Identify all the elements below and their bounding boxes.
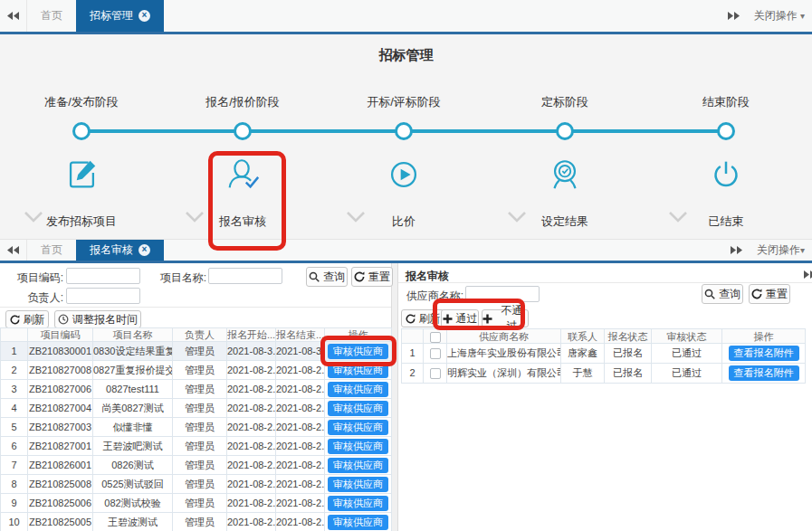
project-name-link[interactable]: 尚美0827测试 <box>93 399 173 418</box>
double-chevron-right-icon[interactable] <box>728 12 740 20</box>
suppliers-table: 供应商名称 联系人 报名状态 审核状态 操作 1 上海唐年实业股份有限公司 唐家… <box>401 328 805 384</box>
audit-supplier-button[interactable]: 审核供应商 <box>328 401 388 416</box>
reset-button[interactable]: 重置 <box>351 267 393 287</box>
header-select-all[interactable] <box>424 328 447 344</box>
signup-end-cell: 2021-08-2... <box>276 380 325 399</box>
tab-bid-management[interactable]: 招标管理 × <box>76 0 164 32</box>
close-operations-dropdown[interactable]: 关闭操作 ▾ <box>754 8 805 24</box>
search-button[interactable]: 查询 <box>306 267 348 287</box>
project-code-cell: ZB210825005 <box>28 513 93 531</box>
project-table-row[interactable]: 8 ZB210825008 0525测试驳回 管理员 2021-08-2... … <box>0 475 391 494</box>
signup-end-cell: 2021-08-2... <box>276 513 325 531</box>
tab-home[interactable]: 首页 <box>27 240 76 261</box>
project-name-link[interactable]: 0525测试驳回 <box>93 475 173 494</box>
reset-button[interactable]: 重置 <box>749 284 790 304</box>
project-table-row[interactable]: 7 ZB210826001 0826测试 管理员 2021-08-2... 20… <box>0 456 391 475</box>
tab-home[interactable]: 首页 <box>27 0 76 32</box>
audit-supplier-button[interactable]: 审核供应商 <box>328 496 388 511</box>
tab-home-label: 首页 <box>41 242 62 258</box>
project-name-link[interactable]: 王碧波测试 <box>93 513 173 531</box>
action-label-set-result[interactable]: 设定结果 <box>492 213 637 230</box>
refresh-list-button[interactable]: 刷新 <box>5 310 49 328</box>
project-code-label: 项目编码: <box>7 270 63 286</box>
supplier-name-link[interactable]: 上海唐年实业股份有限公司 <box>447 344 561 364</box>
project-table-row[interactable]: 3 ZB210827006 0827test111 管理员 2021-08-2.… <box>0 380 391 399</box>
table-header-row: 供应商名称 联系人 报名状态 审核状态 操作 <box>401 328 805 344</box>
project-name-link[interactable]: 0827test111 <box>93 380 173 399</box>
divider <box>0 307 391 308</box>
close-operations-dropdown[interactable]: 关闭操作▾ <box>757 242 805 258</box>
view-attachment-button[interactable]: 查看报名附件 <box>729 365 799 381</box>
header-project-code: 项目编码 <box>28 327 93 342</box>
supplier-table-row[interactable]: 1 上海唐年实业股份有限公司 唐家鑫 已报名 已通过 查看报名附件 <box>401 344 805 364</box>
signup-end-cell: 2021-08-2... <box>276 494 325 513</box>
audit-supplier-button[interactable]: 审核供应商 <box>328 515 388 530</box>
close-tab-icon[interactable]: × <box>139 10 150 22</box>
project-table-row[interactable]: 9 ZB210825006 082测试校验 管理员 2021-08-2... 2… <box>0 494 391 513</box>
adjust-signup-time-button[interactable]: 调整报名时间 <box>54 310 141 328</box>
search-button[interactable]: 查询 <box>702 284 743 304</box>
tab-signup-audit[interactable]: 报名审核 × <box>76 240 164 261</box>
project-table-row[interactable]: 10 ZB210825005 王碧波测试 管理员 2021-08-2... 20… <box>0 513 391 531</box>
close-tab-icon[interactable]: × <box>139 244 150 256</box>
audit-supplier-button[interactable]: 审核供应商 <box>328 420 388 435</box>
signup-end-cell: 2021-08-2... <box>276 456 325 475</box>
audit-supplier-button[interactable]: 审核供应商 <box>328 458 388 473</box>
header-operation: 操作 <box>722 328 806 344</box>
project-name-link[interactable]: 082测试校验 <box>93 494 173 513</box>
project-code-cell: ZB210827001 <box>28 437 93 456</box>
search-icon <box>309 271 320 282</box>
project-name-input[interactable] <box>208 268 282 284</box>
timeline-dot-1 <box>72 122 91 140</box>
action-label-finished[interactable]: 已结束 <box>654 213 798 230</box>
refresh-icon <box>751 289 762 299</box>
audit-supplier-button[interactable]: 审核供应商 <box>328 382 388 397</box>
project-table-row[interactable]: 5 ZB210827003 似懂非懂 管理员 2021-08-2... 2021… <box>0 418 391 437</box>
audit-supplier-button[interactable]: 审核供应商 <box>328 439 388 454</box>
project-code-cell: ZB210825006 <box>28 494 93 513</box>
phase-label-5: 结束阶段 <box>654 94 798 110</box>
double-chevron-right-icon[interactable] <box>731 246 742 254</box>
collapse-left-button[interactable] <box>0 240 27 261</box>
price-compare-button[interactable] <box>383 154 425 195</box>
row-checkbox[interactable] <box>430 368 441 379</box>
supplier-table-row[interactable]: 2 明辉实业（深圳）有限公司 于慧 已报名 已通过 查看报名附件 <box>401 364 805 384</box>
project-name-link[interactable]: 0826测试 <box>93 456 173 475</box>
project-name-link[interactable]: 似懂非懂 <box>93 418 173 437</box>
project-name-link[interactable]: 0830设定结果重复... <box>93 342 173 361</box>
project-code-cell: ZB210827008 <box>28 361 93 380</box>
project-code-input[interactable] <box>66 268 140 284</box>
audit-supplier-button[interactable]: 审核供应商 <box>328 477 388 492</box>
top-tabbar: 首页 招标管理 × 关闭操作 ▾ <box>0 0 812 34</box>
supplier-name-link[interactable]: 明辉实业（深圳）有限公司 <box>447 364 561 384</box>
search-icon <box>704 289 715 299</box>
view-attachment-button[interactable]: 查看报名附件 <box>729 346 799 361</box>
manager-cell: 管理员 <box>173 418 227 437</box>
project-name-link[interactable]: 0827重复报价提交... <box>93 361 173 380</box>
manager-input[interactable] <box>66 288 140 304</box>
row-index: 8 <box>1 475 28 494</box>
publish-project-button[interactable] <box>61 154 102 195</box>
sub-tabbar: 首页 报名审核 × 关闭操作▾ <box>0 240 812 263</box>
row-checkbox[interactable] <box>430 348 441 359</box>
project-table-row[interactable]: 6 ZB210827001 王碧波吧测试 管理员 2021-08-2... 20… <box>0 437 391 456</box>
manager-cell: 管理员 <box>173 342 227 361</box>
row-index: 2 <box>402 364 424 384</box>
tab-home-label: 首页 <box>41 8 62 24</box>
page-title: 招标管理 <box>0 47 812 64</box>
project-name-link[interactable]: 王碧波吧测试 <box>93 437 173 456</box>
collapse-left-button[interactable] <box>0 0 27 32</box>
double-chevron-right-icon[interactable] <box>804 270 812 279</box>
action-label-publish[interactable]: 发布招标项目 <box>9 213 154 230</box>
finished-button[interactable] <box>705 154 747 195</box>
contact-cell: 于慧 <box>561 364 605 384</box>
select-all-checkbox[interactable] <box>430 332 441 343</box>
signup-start-cell: 2021-08-2... <box>227 399 276 418</box>
action-label-compare[interactable]: 比价 <box>331 213 476 230</box>
project-table-row[interactable]: 4 ZB210827004 尚美0827测试 管理员 2021-08-2... … <box>0 399 391 418</box>
set-result-button[interactable] <box>544 154 586 195</box>
signup-status-cell: 已报名 <box>605 364 652 384</box>
header-index <box>402 328 424 344</box>
row-index: 10 <box>1 513 28 531</box>
divider <box>398 282 812 283</box>
